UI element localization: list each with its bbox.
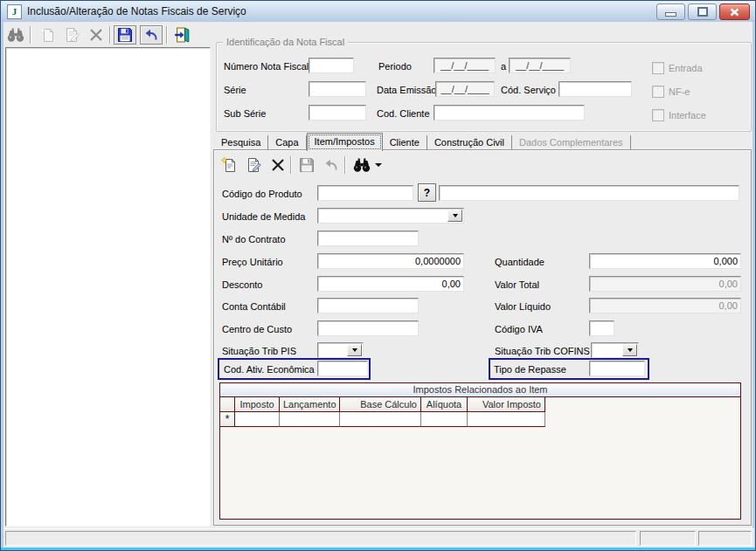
toolbar-separator (290, 156, 291, 174)
periodo-a-label: a (501, 59, 506, 73)
unidade-medida-combobox[interactable] (317, 208, 464, 224)
cod-cliente-input[interactable] (433, 105, 585, 121)
app-icon: J (7, 4, 22, 19)
toolbar-separator (109, 26, 110, 44)
tab-cliente[interactable]: Cliente (383, 135, 427, 150)
undo-item-icon (320, 155, 343, 175)
entrada-checkbox-label: Entrada (669, 61, 703, 75)
cod-servico-label: Cód. Serviço (501, 83, 556, 97)
tab-pesquisa[interactable]: Pesquisa (214, 135, 268, 150)
quantidade-input[interactable] (589, 253, 741, 269)
minimize-icon (665, 12, 676, 17)
restore-button[interactable] (688, 3, 717, 20)
cod-cliente-label: Cod. Cliente (377, 107, 430, 121)
preco-unitario-input[interactable] (317, 253, 464, 269)
codigo-produto-input[interactable] (317, 185, 413, 201)
valor-total-label: Valor Total (495, 278, 539, 292)
grid-column-header-valor-imposto[interactable]: Valor Imposto (468, 397, 545, 412)
centro-custo-input[interactable] (317, 320, 419, 336)
valor-liquido-input (589, 298, 741, 313)
identificacao-legend: Identificação da Nota Fiscal (223, 37, 348, 47)
valor-total-input (589, 276, 741, 292)
save-item-icon (295, 155, 318, 175)
product-help-button[interactable]: ? (418, 183, 436, 202)
centro-custo-label: Centro de Custo (222, 322, 292, 336)
cod-servico-input[interactable] (558, 81, 632, 97)
produto-descricao-input[interactable] (439, 185, 739, 201)
grid-header-row: Imposto Lançamento Base Cálculo Alíquota… (220, 397, 740, 412)
grid-cell[interactable] (235, 412, 280, 427)
search-items-icon[interactable] (350, 155, 385, 175)
grid-column-header-base-calculo[interactable]: Base Cálculo (340, 397, 421, 412)
grid-cell[interactable] (340, 412, 421, 427)
grid-new-row-marker: * (220, 412, 235, 427)
records-list-panel[interactable] (5, 47, 211, 527)
exit-door-icon[interactable] (171, 25, 194, 45)
impostos-grid: Impostos Relacionados ao Item Imposto La… (219, 382, 741, 520)
grid-column-header-aliquota[interactable]: Alíquota (421, 397, 468, 412)
tab-capa[interactable]: Capa (268, 135, 306, 150)
serie-input[interactable] (309, 81, 366, 97)
delete-record-icon (85, 25, 108, 45)
codigo-produto-label: Código do Produto (222, 187, 302, 201)
tab-construcao-civil[interactable]: Construção Civil (427, 135, 512, 150)
edit-record-icon (60, 25, 83, 45)
situacao-trib-cofins-combobox[interactable] (591, 342, 639, 358)
num-contrato-label: Nº do Contrato (222, 232, 286, 246)
undo-icon[interactable] (140, 25, 163, 45)
numero-nota-fiscal-input[interactable] (309, 58, 354, 73)
sub-serie-input[interactable] (309, 105, 366, 121)
periodo-inicio-input[interactable] (433, 58, 496, 73)
new-item-icon[interactable] (218, 155, 240, 175)
minimize-button[interactable] (656, 3, 685, 20)
dropdown-arrow-icon[interactable] (622, 344, 637, 356)
grid-caption: Impostos Relacionados ao Item (220, 383, 740, 397)
desconto-input[interactable] (317, 276, 464, 292)
codigo-iva-label: Código IVA (495, 322, 543, 336)
desconto-label: Desconto (222, 278, 262, 292)
preco-unitario-label: Preço Unitário (222, 255, 283, 269)
edit-item-icon[interactable] (242, 155, 265, 175)
grid-column-header-imposto[interactable]: Imposto (235, 397, 280, 412)
close-button[interactable] (719, 3, 750, 20)
grid-column-header-selector (220, 397, 235, 412)
tipo-repasse-label: Tipo de Repasse (494, 362, 566, 376)
dropdown-arrow-icon[interactable] (347, 344, 362, 356)
codigo-iva-input[interactable] (589, 320, 614, 336)
cod-ativ-economica-input[interactable] (317, 361, 368, 376)
chevron-down-icon (375, 163, 382, 167)
application-window: J Inclusão/Alteração de Notas Fiscais de… (0, 0, 756, 551)
conta-contabil-label: Conta Contábil (222, 300, 286, 313)
grid-new-row[interactable]: * (220, 412, 740, 427)
save-icon[interactable] (114, 25, 136, 45)
status-panel-2 (640, 531, 696, 546)
sub-serie-label: Sub Série (224, 107, 266, 121)
tipo-repasse-input[interactable] (589, 361, 645, 376)
situacao-trib-pis-label: Situação Trib PIS (222, 344, 296, 358)
grid-cell[interactable] (421, 412, 468, 427)
periodo-fim-input[interactable] (509, 58, 571, 73)
num-contrato-input[interactable] (317, 231, 419, 246)
data-emissao-input[interactable] (435, 81, 495, 97)
conta-contabil-input[interactable] (317, 298, 419, 313)
grid-cell[interactable] (280, 412, 340, 427)
valor-liquido-label: Valor Líquido (495, 300, 551, 313)
delete-item-icon[interactable] (267, 155, 289, 175)
interface-checkbox (652, 109, 664, 121)
toolbar-separator (344, 156, 345, 174)
numero-nota-fiscal-label: Número Nota Fiscal (224, 59, 309, 73)
new-record-icon (36, 25, 59, 45)
status-panel-3 (698, 531, 752, 546)
situacao-trib-pis-combobox[interactable] (317, 342, 364, 358)
cod-ativ-economica-label: Cod. Ativ. Econômica (224, 362, 315, 376)
entrada-checkbox (652, 62, 664, 74)
tab-strip: Pesquisa Capa Item/Impostos Cliente Cons… (214, 133, 631, 150)
dropdown-arrow-icon[interactable] (447, 210, 462, 222)
interface-checkbox-label: Interface (669, 108, 706, 122)
grid-column-header-lancamento[interactable]: Lançamento (280, 397, 340, 412)
nfe-checkbox-label: NF-e (669, 85, 690, 99)
grid-cell[interactable] (468, 412, 545, 427)
tab-item-impostos[interactable]: Item/Impostos (307, 133, 383, 151)
periodo-label: Periodo (378, 59, 412, 73)
window-bottom-edge (1, 548, 755, 550)
